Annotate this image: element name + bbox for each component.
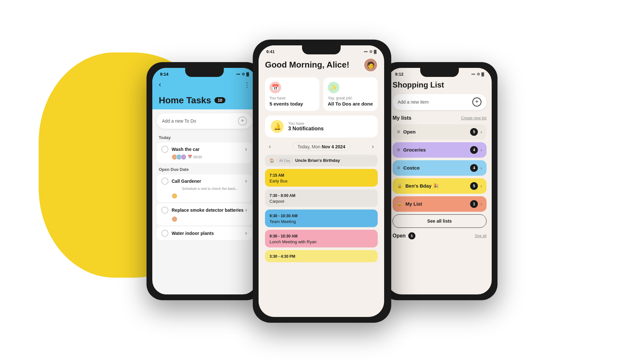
notifications-card[interactable]: 🔔 You have 3 Notifications: [265, 116, 378, 137]
right-battery-icon: ▓: [481, 72, 484, 76]
list-open-right: 5 ›: [470, 128, 482, 136]
phone-right: 9:12 ▪▪▪ ⊙ ▓ Shopping List Add a new ite…: [382, 62, 497, 300]
right-screen: 9:12 ▪▪▪ ⊙ ▓ Shopping List Add a new ite…: [387, 68, 492, 294]
center-screen: 9:41 ▪▪▪ ⊙ ▓ Good Morning, Alice! 🧑 📅 Yo…: [259, 45, 384, 317]
calendar-nav: ‹ Today, Mon Nov 4 2024 ›: [265, 142, 378, 152]
task-row-3: Replace smoke detector batteries ∨: [161, 207, 248, 214]
task-expand-icon-3[interactable]: ∨: [245, 208, 248, 212]
allday-title: Uncle Brian's Birthday: [295, 158, 340, 163]
event-early-bus[interactable]: 7:15 AM Early Bus: [265, 169, 378, 187]
list-groceries-right: 4 ›: [470, 146, 482, 154]
see-all-lists-button[interactable]: See all lists: [393, 214, 487, 228]
see-all-open-link[interactable]: See all: [475, 234, 487, 238]
event4-time: 9:30 - 10:30 AM: [270, 214, 298, 218]
task-name-3: Replace smoke detector batteries: [172, 208, 243, 213]
task-wash-car[interactable]: Wash the car ∨ 📅 08/30: [157, 143, 252, 163]
task-water-plants[interactable]: Water indoor plants ∨: [157, 227, 252, 240]
notif-main: 3 Notifications: [288, 126, 324, 132]
list-lines-icon-3: ≡: [397, 165, 400, 171]
list-costco-left: ≡ Costco: [397, 165, 420, 171]
event-lunch-meeting[interactable]: 9:30 - 10:30 AM Lunch Meeting with Ryan: [265, 230, 378, 247]
allday-row: 🏠 All Day Uncle Brian's Birthday: [270, 158, 373, 163]
greeting-text: Good Morning, Alice!: [265, 60, 349, 70]
list-my-list[interactable]: 🔒 My List 1 ›: [393, 196, 487, 212]
signal-icon: ▪▪▪: [236, 72, 240, 76]
add-item-label: Add a new item: [398, 99, 429, 105]
center-wifi-icon: ⊙: [369, 50, 372, 54]
task-checkbox[interactable]: [161, 146, 168, 153]
phone-left: 9:14 ▪▪▪ ⊙ ▓ ‹ ⋮ Home Tasks 10 Add a new…: [147, 62, 262, 300]
list-costco[interactable]: ≡ Costco 4 ›: [393, 160, 487, 176]
task-meta-2: Schedule a visit to check the back...: [161, 185, 248, 190]
events-card[interactable]: 📅 You have 5 events today: [265, 77, 319, 111]
center-battery-icon: ▓: [374, 50, 376, 54]
right-signal-icon: ▪▪▪: [471, 72, 475, 76]
task-checkbox-4[interactable]: [161, 230, 168, 237]
task-left-4: Water indoor plants: [161, 230, 214, 237]
task-smoke-detector[interactable]: Replace smoke detector batteries ∨: [157, 203, 252, 225]
task-count-badge: 10: [214, 97, 225, 103]
center-content: Good Morning, Alice! 🧑 📅 You have 5 even…: [259, 55, 384, 267]
more-options-button[interactable]: ⋮: [244, 81, 250, 88]
task-checkbox-2[interactable]: [161, 178, 168, 185]
task-row-2: Call Gardener ∨: [161, 178, 248, 185]
list-groceries[interactable]: ≡ Groceries 4 ›: [393, 142, 487, 158]
notif-text: You have 3 Notifications: [288, 121, 324, 132]
add-item-bar[interactable]: Add a new item +: [393, 94, 487, 110]
wifi-icon: ⊙: [242, 72, 245, 76]
list-mylist-right: 1 ›: [470, 200, 482, 208]
list-costco-name: Costco: [403, 165, 420, 171]
task-expand-icon-2[interactable]: ∨: [245, 179, 248, 183]
list-open-count: 5: [470, 128, 478, 136]
list-open[interactable]: ≡ Open 5 ›: [393, 124, 487, 140]
list-bens-count: 5: [470, 182, 478, 190]
add-todo-bar[interactable]: Add a new To Do +: [157, 113, 252, 129]
event-carpool[interactable]: 7:30 - 8:00 AM Carpool: [265, 189, 378, 207]
task-expand-icon-4[interactable]: ∨: [245, 231, 248, 236]
left-screen-title: Home Tasks: [159, 95, 211, 106]
task-date: 📅 08/30: [188, 155, 202, 159]
create-new-list-link[interactable]: Create new list: [461, 116, 487, 120]
add-todo-plus[interactable]: +: [238, 116, 247, 125]
list-groceries-left: ≡ Groceries: [397, 147, 426, 153]
scene: 9:14 ▪▪▪ ⊙ ▓ ‹ ⋮ Home Tasks 10 Add a new…: [64, 20, 580, 342]
todos-card[interactable]: ✨ Yay, great job! All To Dos are done: [323, 77, 378, 111]
event-allday[interactable]: 🏠 All Day Uncle Brian's Birthday: [265, 155, 378, 166]
cal-date-display: Today, Mon Nov 4 2024: [293, 143, 350, 151]
task-row-4: Water indoor plants ∨: [161, 230, 248, 237]
task-name-4: Water indoor plants: [172, 231, 214, 236]
avatar-3: [181, 154, 186, 160]
section-today: Today: [152, 133, 257, 141]
task-name-2: Call Gardener: [172, 179, 201, 184]
task-gardener[interactable]: Call Gardener ∨ Schedule a visit to chec…: [157, 174, 252, 202]
event2-time: 7:15 AM: [270, 173, 284, 178]
events-card-main: 5 events today: [270, 101, 315, 107]
event-afternoon[interactable]: 3:30 - 4:30 PM: [265, 250, 378, 262]
my-lists-header: My lists Create new list: [393, 115, 487, 121]
list-bens-right: 5 ›: [470, 182, 482, 190]
list-bens-bday[interactable]: 🔒 Ben's Bday 🎉 5 ›: [393, 178, 487, 194]
list-bens-chevron: ›: [480, 183, 482, 189]
cal-prev-button[interactable]: ‹: [265, 142, 275, 152]
user-avatar[interactable]: 🧑: [364, 58, 378, 72]
lock-icon-mylist: 🔒: [397, 201, 402, 206]
task-expand-icon[interactable]: ∨: [245, 147, 248, 152]
todos-card-icon: ✨: [328, 82, 339, 93]
task-checkbox-3[interactable]: [161, 207, 168, 214]
notif-sub: You have: [288, 121, 324, 126]
list-lines-icon-2: ≡: [397, 147, 400, 153]
right-content: Shopping List Add a new item + My lists …: [387, 78, 492, 244]
shopping-list-title: Shopping List: [393, 80, 487, 89]
back-button[interactable]: ‹: [159, 80, 161, 89]
list-bens-name: Ben's Bday 🎉: [405, 183, 439, 189]
list-groceries-name: Groceries: [403, 147, 426, 153]
add-todo-label: Add a new To Do: [162, 118, 196, 124]
open-section-title: Open 5: [393, 232, 415, 239]
event-team-meeting[interactable]: 9:30 - 10:30 AM Team Meeting: [265, 209, 378, 227]
list-costco-count: 4: [470, 164, 478, 172]
center-notch: [302, 45, 341, 54]
task-avatar-row-3: [161, 215, 248, 222]
add-item-plus[interactable]: +: [472, 97, 481, 107]
cal-next-button[interactable]: ›: [368, 142, 378, 152]
list-bens-left: 🔒 Ben's Bday 🎉: [397, 183, 439, 189]
